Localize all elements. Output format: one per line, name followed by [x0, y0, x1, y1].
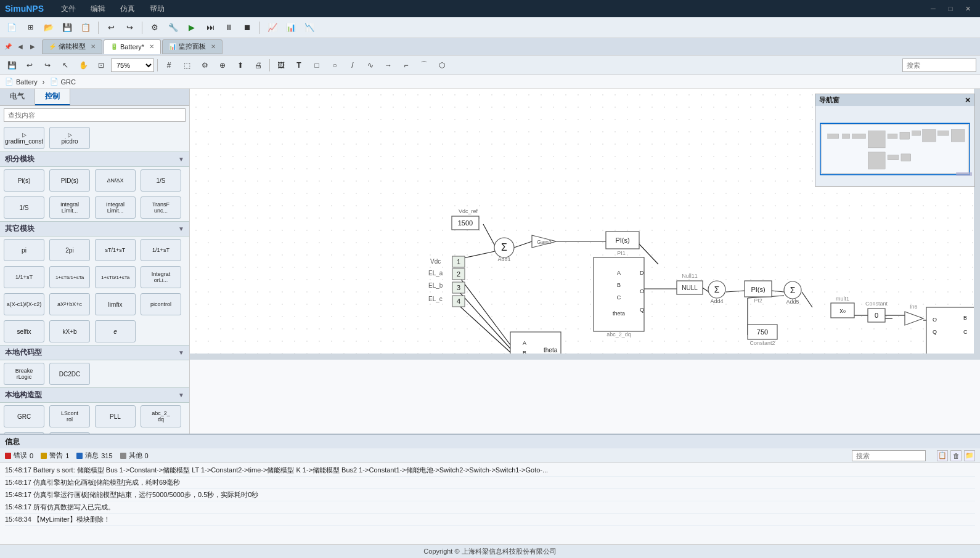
info-tab-other[interactable]: 其他 0: [120, 451, 149, 460]
tab-monitor[interactable]: 📊 监控面板 ✕: [162, 39, 223, 54]
circle-button[interactable]: ○: [327, 57, 343, 73]
component-pll[interactable]: PLL: [95, 405, 136, 427]
component-axc[interactable]: a(X-c1)/(X-c2): [4, 293, 44, 315]
component-intlimit1[interactable]: IntegralLimit...: [49, 196, 90, 219]
save-model-button[interactable]: 💾: [59, 20, 75, 36]
sidebar-search-input[interactable]: [4, 108, 186, 122]
menu-file[interactable]: 文件: [57, 2, 80, 15]
pause-button[interactable]: ⏸: [221, 20, 237, 36]
text-button[interactable]: T: [291, 57, 307, 73]
step-button[interactable]: ⏭: [202, 20, 218, 36]
tab-nav-forward[interactable]: ▶: [27, 41, 38, 52]
component-dc2dc2[interactable]: dc_2_dc: [4, 432, 44, 434]
component-dc2dc[interactable]: DC2DC: [49, 363, 90, 385]
component-grc[interactable]: GRC: [4, 405, 44, 427]
component-lscontrol[interactable]: LScontrol: [49, 405, 90, 427]
monitor-button[interactable]: 📊: [283, 20, 299, 36]
corner-button[interactable]: ⌐: [398, 57, 414, 73]
info-tab-message[interactable]: 消息 315: [76, 451, 112, 460]
minimize-button[interactable]: ─: [926, 3, 941, 14]
section-header-local-code[interactable]: 本地代码型 ▼: [0, 345, 189, 360]
component-e[interactable]: e: [95, 320, 136, 342]
component-1stb1sta[interactable]: 1+sTb/1+sTa: [49, 266, 90, 288]
menu-edit[interactable]: 编辑: [87, 2, 109, 15]
component-kxb[interactable]: kX+b: [49, 320, 90, 342]
tab-close-energy[interactable]: ✕: [91, 43, 96, 50]
redo-diagram-button[interactable]: ↪: [39, 57, 55, 73]
stop-button[interactable]: ⏹: [239, 20, 255, 36]
arrow-button[interactable]: →: [380, 57, 396, 73]
info-save-button[interactable]: 📁: [964, 450, 975, 461]
nav-close-button[interactable]: ✕: [965, 96, 971, 105]
component-1-1st2[interactable]: 1/1+sT: [4, 266, 44, 288]
restore-button[interactable]: □: [943, 3, 958, 14]
diagram-canvas[interactable]: 1 2 3 4 5 6 7 Vdc EL_a EL_b EL_c IL_a IL…: [190, 89, 980, 434]
info-clear-button[interactable]: 🗑: [950, 450, 962, 461]
save-diagram-button[interactable]: 💾: [4, 57, 20, 73]
menu-simulate[interactable]: 仿真: [116, 2, 139, 15]
dashboard-button[interactable]: 📉: [301, 20, 317, 36]
component-selfix[interactable]: selfix: [4, 320, 44, 342]
component-1s-2[interactable]: 1/S: [4, 196, 44, 219]
rect-button[interactable]: □: [309, 57, 325, 73]
open-all-button[interactable]: ⊞: [22, 20, 38, 36]
fitview-button[interactable]: ⊡: [93, 57, 109, 73]
arc-button[interactable]: ⌒: [416, 57, 432, 73]
info-tab-warning[interactable]: 警告 1: [41, 451, 69, 460]
pin-button[interactable]: 📌: [2, 41, 14, 52]
component-ax2bx[interactable]: aX²+bX+c: [49, 293, 90, 315]
component-intorli[interactable]: IntegratorLi...: [141, 266, 181, 288]
run-button[interactable]: ▶: [184, 20, 200, 36]
print-button[interactable]: 🖨: [250, 57, 266, 73]
component-dq2abc[interactable]: dq_2_abc: [49, 432, 90, 434]
grid-button[interactable]: #: [161, 57, 177, 73]
tab-close-battery[interactable]: ✕: [149, 43, 154, 50]
section-header-other[interactable]: 其它模块 ▼: [0, 221, 189, 237]
settings-button[interactable]: ⚙: [147, 20, 163, 36]
component-breakerlogic[interactable]: BreakerLogic: [4, 363, 44, 385]
component-1stb1sta2[interactable]: 1+sTb/1+sTa: [95, 266, 136, 288]
menu-help[interactable]: 帮助: [146, 2, 168, 15]
zoom-select[interactable]: 75% 25% 50% 100% 150% 200%: [111, 59, 154, 72]
component-picontrol[interactable]: picontrol: [141, 293, 181, 315]
info-tab-error[interactable]: 错误 0: [5, 451, 33, 460]
component-transf[interactable]: TransFunc...: [141, 196, 181, 219]
tab-nav-back[interactable]: ◀: [15, 41, 26, 52]
tab-battery[interactable]: 🔋 Battery* ✕: [104, 39, 161, 54]
image-button[interactable]: 🖼: [273, 57, 289, 73]
pointer-tool-button[interactable]: ↖: [57, 57, 73, 73]
section-header-local-struct[interactable]: 本地构造型 ▼: [0, 387, 189, 403]
undo-diagram-button[interactable]: ↩: [22, 57, 38, 73]
component-gradlim[interactable]: ▷gradlim_const: [4, 127, 44, 149]
component-pids[interactable]: PID(s): [49, 169, 90, 192]
component-delta[interactable]: ΔN/ΔX: [95, 169, 136, 192]
plot-button[interactable]: 📈: [264, 20, 280, 36]
breadcrumb-battery[interactable]: 📄 Battery: [5, 78, 38, 86]
section-header-integral[interactable]: 积分模块 ▼: [0, 152, 189, 167]
upload-button[interactable]: ⬆: [232, 57, 248, 73]
redo-button[interactable]: ↪: [121, 20, 137, 36]
breadcrumb-grc[interactable]: 📄 GRC: [50, 78, 76, 86]
wave-button[interactable]: ∿: [362, 57, 378, 73]
component-pi[interactable]: pi: [4, 239, 44, 261]
sidebar-tab-control[interactable]: 控制: [35, 89, 70, 105]
component-1s[interactable]: 1/S: [141, 169, 181, 192]
close-button[interactable]: ✕: [960, 3, 975, 14]
save-as-button[interactable]: 📋: [78, 20, 94, 36]
component-st1st[interactable]: sT/1+sT: [95, 239, 136, 261]
sidebar-tab-electric[interactable]: 电气: [0, 89, 35, 105]
component-1-1st[interactable]: 1/1+sT: [141, 239, 181, 261]
component-pis[interactable]: Pi(s): [4, 169, 44, 192]
undo-button[interactable]: ↩: [103, 20, 119, 36]
open-model-button[interactable]: 📂: [41, 20, 57, 36]
new-button[interactable]: 📄: [4, 20, 20, 36]
compile-button[interactable]: 🔧: [165, 20, 181, 36]
tab-energy-model[interactable]: ⚡ 储能模型 ✕: [42, 39, 102, 54]
line-button[interactable]: /: [345, 57, 361, 73]
component-limfix[interactable]: limfix: [95, 293, 136, 315]
diagram-search-input[interactable]: [902, 59, 976, 72]
info-copy-button[interactable]: 📋: [937, 450, 948, 461]
hand-tool-button[interactable]: ✋: [75, 57, 91, 73]
component-abc2dq[interactable]: abc_2_dq: [141, 405, 181, 427]
select-button[interactable]: ⬚: [179, 57, 195, 73]
